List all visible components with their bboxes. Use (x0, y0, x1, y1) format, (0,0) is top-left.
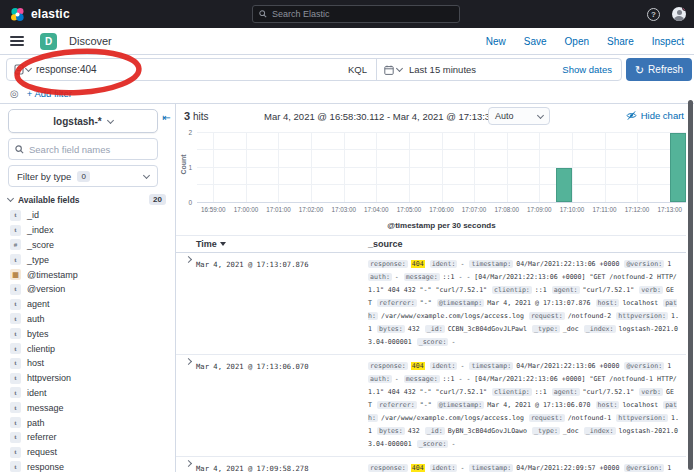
string-field-icon: t (10, 284, 21, 295)
field-name: _type (27, 255, 49, 265)
help-icon[interactable]: ? (647, 8, 660, 21)
discover-main: 3 hits Mar 4, 2021 @ 16:58:30.112 - Mar … (176, 104, 694, 472)
time-range-value[interactable]: Last 15 minutes (409, 64, 476, 75)
available-fields-header[interactable]: Available fields 20 (8, 194, 168, 205)
field-item-request[interactable]: trequest (10, 445, 170, 460)
expand-row-icon[interactable] (184, 256, 191, 263)
field-item-auth[interactable]: tauth (10, 312, 170, 327)
menu-icon[interactable] (10, 36, 24, 46)
field-label-badge: request: (529, 312, 565, 320)
field-name: host (27, 358, 44, 368)
table-row[interactable]: Mar 4, 2021 @ 17:13:06.070response:404id… (176, 355, 686, 457)
elastic-logo[interactable]: elastic (0, 7, 70, 22)
field-label-badge: _score: (417, 338, 449, 346)
histogram-bar-17:13:00[interactable] (670, 133, 686, 202)
field-item-response[interactable]: tresponse (10, 460, 170, 472)
field-value: "curl/7.52.1" (583, 286, 635, 294)
saved-query-icon[interactable] (7, 64, 36, 75)
y-tick-1: 1 (178, 163, 192, 173)
field-value: "-" (420, 401, 432, 409)
expand-row-icon[interactable] (184, 460, 191, 467)
add-filter-button[interactable]: + Add filter (27, 88, 72, 99)
time-column-header[interactable]: Time (196, 239, 368, 249)
field-item-_type[interactable]: t_type (10, 252, 170, 267)
field-label-badge: clientip: (492, 286, 532, 294)
field-search-input[interactable] (29, 144, 139, 155)
index-pattern-selector[interactable]: logstash-* (8, 109, 158, 133)
global-search-placeholder: Search Elastic (272, 9, 330, 19)
query-text[interactable]: response:404 (36, 64, 97, 75)
field-value: - (451, 440, 455, 448)
field-item-@timestamp[interactable]: ▦@timestamp (10, 267, 170, 282)
field-value: /var/www/example.com/logs/access.log (381, 312, 524, 320)
field-item-_score[interactable]: #_score (10, 238, 170, 253)
row-source: response:404ident:-timestamp:04/Mar/2021… (368, 462, 686, 472)
field-label-badge: referrer: (377, 299, 417, 307)
field-label-badge: _index: (584, 325, 616, 333)
field-item-_id[interactable]: t_id (10, 208, 170, 223)
saved-query-glyph-icon (14, 64, 24, 75)
field-item-@version[interactable]: t@version (10, 282, 170, 297)
filter-by-type-button[interactable]: Filter by type 0 (8, 165, 158, 187)
field-item-message[interactable]: tmessage (10, 400, 170, 415)
string-field-icon: t (10, 402, 21, 413)
calendar-button[interactable] (377, 65, 409, 75)
field-label-badge: agent: (552, 286, 580, 294)
field-value: - (395, 375, 399, 383)
collapse-sidebar-icon[interactable]: ⇤ (163, 112, 171, 123)
vertical-scrollbar[interactable] (688, 100, 693, 470)
date-field-icon: ▦ (10, 269, 21, 280)
field-item-host[interactable]: thost (10, 356, 170, 371)
filter-by-type-count: 0 (77, 171, 89, 182)
show-dates-button[interactable]: Show dates (562, 64, 621, 75)
field-item-ident[interactable]: tident (10, 386, 170, 401)
field-name: clientip (27, 344, 55, 354)
histogram-bar-17:09:30[interactable] (556, 168, 572, 203)
field-value: 432 (408, 427, 420, 435)
field-item-bytes[interactable]: tbytes (10, 326, 170, 341)
query-language-button[interactable]: KQL (339, 59, 377, 80)
available-fields-label: Available fields (18, 195, 80, 205)
nav-action-open[interactable]: Open (565, 36, 589, 47)
query-input[interactable]: response:404 KQL Last 15 minutes Show da… (6, 58, 622, 81)
field-item-clientip[interactable]: tclientip (10, 341, 170, 356)
field-value: /notfound-1 (568, 414, 612, 422)
field-value: ::1 (535, 388, 547, 396)
search-icon (259, 10, 267, 18)
filter-settings-icon[interactable]: ◎ (10, 88, 19, 99)
field-item-httpversion[interactable]: thttpversion (10, 371, 170, 386)
x-axis-title: @timestamp per 30 seconds (197, 221, 686, 230)
string-field-icon: t (10, 328, 21, 339)
field-label-badge: verb: (639, 388, 663, 396)
field-item-path[interactable]: tpath (10, 415, 170, 430)
field-label-badge: clientip: (492, 388, 532, 396)
string-field-icon: t (10, 225, 21, 236)
source-column-header: _source (368, 239, 403, 249)
table-row[interactable]: Mar 4, 2021 @ 17:09:58.278response:404id… (176, 457, 686, 472)
interval-select[interactable]: Auto (488, 107, 550, 125)
field-label-badge: @version: (624, 362, 664, 370)
refresh-button[interactable]: ↻ Refresh (626, 58, 692, 81)
highlighted-value: 404 (411, 464, 425, 472)
field-value: "curl/7.52.1" (583, 388, 635, 396)
field-item-agent[interactable]: tagent (10, 297, 170, 312)
field-label-badge: timestamp: (469, 362, 513, 370)
field-item-referrer[interactable]: treferrer (10, 430, 170, 445)
expand-row-icon[interactable] (184, 358, 191, 365)
global-search-input[interactable]: Search Elastic (252, 5, 460, 23)
table-row[interactable]: Mar 4, 2021 @ 17:13:07.876response:404id… (176, 253, 686, 355)
field-label-badge: agent: (552, 388, 580, 396)
discover-app-badge[interactable]: D (40, 33, 57, 50)
user-avatar[interactable] (672, 7, 686, 21)
table-rows: Mar 4, 2021 @ 17:13:07.876response:404id… (176, 253, 686, 472)
row-time: Mar 4, 2021 @ 17:13:06.070 (196, 360, 368, 451)
nav-action-new[interactable]: New (486, 36, 506, 47)
nav-action-share[interactable]: Share (607, 36, 634, 47)
field-item-_index[interactable]: t_index (10, 223, 170, 238)
string-field-icon: t (10, 313, 21, 324)
chevron-down-icon (25, 65, 32, 72)
nav-action-save[interactable]: Save (524, 36, 547, 47)
nav-action-inspect[interactable]: Inspect (652, 36, 684, 47)
field-label-badge: message: (404, 375, 440, 383)
hide-chart-button[interactable]: Hide chart (626, 110, 684, 121)
